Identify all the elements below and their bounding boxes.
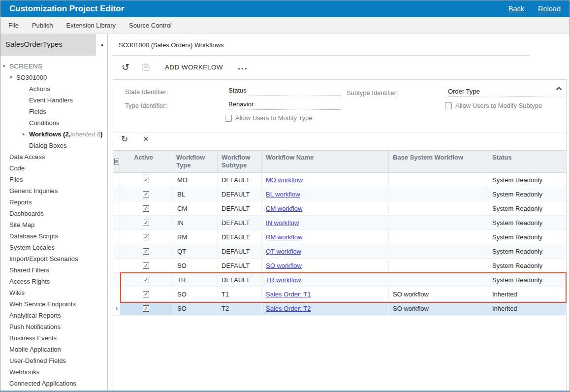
workflow-link[interactable]: BL workflow [266,191,300,198]
save-icon[interactable] [142,63,150,71]
tree-item-conditions[interactable]: Conditions [0,117,107,129]
tree-item-connected-applications[interactable]: Connected Applications [0,378,107,389]
sidebar: SalesOrderTypes ◂ ▾SCREENS ▾SO301000 Act… [0,34,108,391]
tree-item-fields[interactable]: Fields [0,106,107,117]
tree-item-actions[interactable]: Actions [0,83,107,95]
active-checkbox[interactable]: ✓ [143,191,149,197]
sidebar-header: SalesOrderTypes ◂ [0,34,107,56]
tree-expanded-icon[interactable]: ▾ [10,72,12,83]
tree-item-reports[interactable]: Reports [0,196,107,208]
table-row[interactable]: ✓ RM DEFAULT RM workflow System Readonly [113,230,566,244]
tree-item-user-defined-fields[interactable]: User-Defined Fields [0,355,107,366]
delete-icon[interactable]: × [143,134,149,143]
tree-item-push-notifications[interactable]: Push Notifications [0,321,107,332]
workflow-link[interactable]: QT workflow [266,248,301,255]
tree-item-web-service-endpoints[interactable]: Web Service Endpoints [0,298,107,310]
active-checkbox[interactable]: ✓ [143,177,149,183]
table-row[interactable]: ✓ QT DEFAULT QT workflow System Readonly [113,244,566,259]
project-name: SalesOrderTypes [5,40,63,48]
add-workflow-button[interactable]: ADD WORKFLOW [165,64,223,71]
tree-item-shared-filters[interactable]: Shared Filters [0,264,107,276]
active-checkbox[interactable]: ✓ [143,277,149,283]
table-row[interactable]: ✓ MO DEFAULT MO workflow System Readonly [113,173,566,187]
workflow-settings-panel: State Identifier: Status Type Identifier… [113,79,567,391]
project-tree: ▾SCREENS ▾SO301000 Actions Event Handler… [0,56,107,391]
column-header-workflow-subtype[interactable]: Workflow Subtype [218,151,262,172]
active-checkbox[interactable]: ✓ [143,305,149,312]
active-checkbox[interactable]: ✓ [143,262,149,269]
workflow-link[interactable]: IN workflow [266,219,299,227]
reload-link[interactable]: Reload [538,5,561,13]
menu-extension-library[interactable]: Extension Library [66,22,116,29]
tree-item-data-access[interactable]: Data Access [0,151,107,163]
undo-icon[interactable]: ↺ [122,63,129,72]
column-header-workflow-type[interactable]: Workflow Type [172,151,218,172]
table-row[interactable]: ✓ SO T1 Sales Order: T1 SO workflow Inhe… [113,287,566,301]
tree-item-access-rights[interactable]: Access Rights [0,276,107,287]
workflow-link[interactable]: Sales Order: T1 [266,291,311,298]
subtype-identifier-field[interactable]: Order Type [448,88,565,97]
tree-expanded-icon[interactable]: ▾ [3,61,5,72]
allow-modify-subtype-row: Allow Users to Modify Subtype [445,102,542,109]
menu-publish[interactable]: Publish [32,22,53,29]
grid-header: Active Workflow Type Workflow Subtype Wo… [113,150,566,173]
table-row[interactable]: ✓ TR DEFAULT TR workflow System Readonly [113,273,566,287]
tree-item-event-handlers[interactable]: Event Handlers [0,95,107,106]
table-row[interactable]: ✓ IN DEFAULT IN workflow System Readonly [113,216,566,230]
more-actions-button[interactable]: ... [238,65,248,68]
tree-item-so301000[interactable]: ▾SO301000 [0,72,107,83]
tree-item-dashboards[interactable]: Dashboards [0,208,107,219]
tree-item-wikis[interactable]: Wikis [0,287,107,298]
tree-collapsed-icon[interactable]: ▸ [23,129,25,140]
tree-item-dialog-boxes[interactable]: Dialog Boxes [0,140,107,151]
workflow-link[interactable]: TR workflow [266,276,301,284]
workflow-link[interactable]: RM workflow [266,233,302,241]
menu-source-control[interactable]: Source Control [129,22,172,29]
active-checkbox[interactable]: ✓ [143,248,149,255]
workflow-link[interactable]: MO workflow [266,176,303,184]
tree-item-business-events[interactable]: Business Events [0,332,107,344]
tree-item-site-map[interactable]: Site Map [0,219,107,230]
menu-file[interactable]: File [8,22,19,29]
active-checkbox[interactable]: ✓ [143,220,149,226]
tree-item-code[interactable]: Code [0,163,107,174]
tree-item-screens[interactable]: ▾SCREENS [0,61,107,72]
tree-item-database-scripts[interactable]: Database Scripts [0,230,107,242]
allow-modify-subtype-checkbox[interactable] [445,102,452,109]
tree-item-system-locales[interactable]: System Locales [0,242,107,253]
collapse-panel-icon[interactable] [556,84,562,93]
tree-item-webhooks[interactable]: Webhooks [0,366,107,378]
workflow-link[interactable]: Sales Order: T2 [266,305,311,312]
active-checkbox[interactable]: ✓ [143,291,149,297]
tree-item-analytical-reports[interactable]: Analytical Reports [0,310,107,321]
tree-item-mobile-application[interactable]: Mobile Application [0,344,107,355]
column-header-status[interactable]: Status [488,151,567,172]
column-header-workflow-name[interactable]: Workflow Name [262,151,389,172]
workflow-link[interactable]: CM workflow [266,205,302,212]
tree-item-workflows[interactable]: ▸Workflows (2,inherited 8) [0,129,107,140]
type-identifier-label: Type Identifier: [125,102,167,109]
tree-item-files[interactable]: Files [0,174,107,185]
row-pointer-icon: › [113,301,120,315]
title-divider [113,55,530,56]
tree-item-import-export-scenarios[interactable]: Import/Export Scenarios [0,253,107,264]
row-settings-icon[interactable] [113,151,120,172]
workflow-link[interactable]: SO workflow [266,262,302,269]
tree-item-generic-inquiries[interactable]: Generic Inquiries [0,185,107,196]
type-identifier-field[interactable]: Behavior [228,100,341,110]
active-checkbox[interactable]: ✓ [143,234,149,240]
column-header-base-system-workflow[interactable]: Base System Workflow [389,151,488,172]
table-row[interactable]: ✓ CM DEFAULT CM workflow System Readonly [113,201,566,216]
active-checkbox[interactable]: ✓ [143,205,149,212]
table-row[interactable]: ✓ BL DEFAULT BL workflow System Readonly [113,187,566,201]
allow-modify-type-label: Allow Users to Modify Type [235,114,313,122]
back-link[interactable]: Back [508,5,524,13]
table-row[interactable]: ✓ SO DEFAULT SO workflow System Readonly [113,259,566,273]
refresh-icon[interactable]: ↻ [121,135,128,143]
state-identifier-field[interactable]: Status [228,87,341,96]
table-row-selected[interactable]: › ✓ SO T2 Sales Order: T2 SO workflow In… [113,301,566,316]
column-header-active[interactable]: Active [120,151,172,172]
sidebar-collapse-button[interactable]: ◂ [96,34,107,56]
workflows-inherited-count: inherited 8 [70,131,100,138]
allow-modify-type-checkbox[interactable] [225,115,232,122]
